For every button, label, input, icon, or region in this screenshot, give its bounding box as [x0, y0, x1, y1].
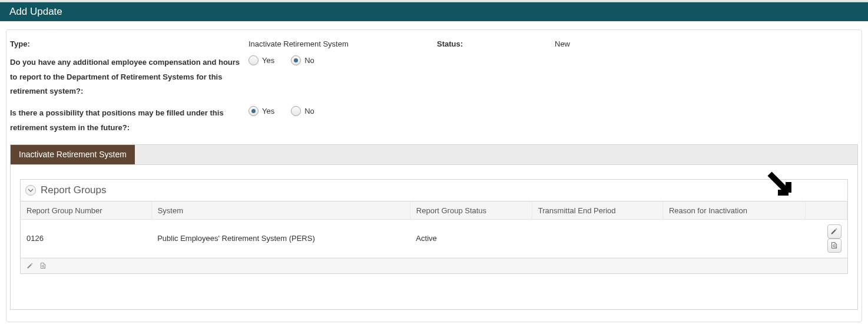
svg-point-1	[42, 266, 44, 267]
question-2-radio-group: Yes No	[249, 106, 437, 116]
question-1-label: Do you have any additional employee comp…	[10, 54, 249, 105]
chevron-down-icon[interactable]	[25, 185, 36, 196]
cell-trans	[532, 219, 662, 257]
magnify-doc-icon[interactable]	[39, 262, 47, 269]
table-row[interactable]: 0126 Public Employees' Retirement System…	[21, 219, 847, 257]
q1-yes-radio[interactable]: Yes	[249, 55, 274, 65]
q1-no-radio[interactable]: No	[291, 55, 314, 65]
col-header-number[interactable]: Report Group Number	[21, 201, 151, 219]
view-button[interactable]	[827, 239, 842, 253]
q2-no-radio[interactable]: No	[291, 106, 314, 116]
pencil-icon	[830, 227, 838, 235]
main-panel: Type: Inactivate Retirement System Statu…	[6, 29, 862, 322]
col-header-trans[interactable]: Transmittal End Period	[532, 201, 662, 219]
magnify-doc-icon	[830, 242, 838, 249]
cell-reason	[662, 219, 805, 257]
report-groups-panel: Report Groups Report Group Number System…	[20, 179, 848, 274]
report-groups-title: Report Groups	[41, 184, 107, 196]
edit-button[interactable]	[827, 224, 842, 239]
svg-point-0	[833, 245, 836, 247]
q2-yes-label: Yes	[262, 107, 274, 115]
question-1-radio-group: Yes No	[249, 55, 437, 65]
grid-footer	[21, 258, 847, 273]
q1-no-label: No	[304, 56, 314, 65]
cell-number: 0126	[21, 219, 151, 257]
q2-yes-radio[interactable]: Yes	[249, 106, 274, 116]
type-label: Type:	[10, 38, 249, 54]
form-grid: Type: Inactivate Retirement System Statu…	[10, 38, 858, 141]
col-header-reason[interactable]: Reason for Inactivation	[662, 201, 805, 219]
page-title: Add Update	[9, 6, 62, 17]
report-groups-header: Report Groups	[21, 180, 847, 201]
report-groups-table: Report Group Number System Report Group …	[21, 201, 847, 258]
col-header-status[interactable]: Report Group Status	[410, 201, 532, 219]
pencil-icon[interactable]	[26, 262, 34, 269]
col-header-system[interactable]: System	[151, 201, 410, 219]
status-label: Status:	[437, 38, 555, 54]
page-header: Add Update	[0, 2, 868, 21]
question-2-label: Is there a possibility that positions ma…	[10, 105, 249, 141]
cell-system: Public Employees' Retirement System (PER…	[151, 219, 410, 257]
tab-content: Report Groups Report Group Number System…	[10, 164, 858, 310]
q2-no-label: No	[304, 107, 314, 115]
cell-status: Active	[410, 219, 532, 257]
tab-strip: Inactivate Retirement System	[10, 144, 858, 164]
q1-yes-label: Yes	[262, 56, 274, 65]
type-value: Inactivate Retirement System	[249, 38, 437, 54]
tab-inactivate[interactable]: Inactivate Retirement System	[11, 145, 135, 164]
table-header-row: Report Group Number System Report Group …	[21, 201, 847, 219]
col-header-actions	[806, 201, 847, 219]
status-value: New	[555, 38, 731, 54]
